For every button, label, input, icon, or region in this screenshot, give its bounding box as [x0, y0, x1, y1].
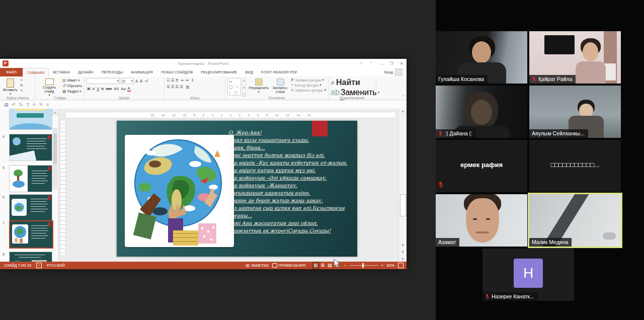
participant-tile-daiana[interactable]: :) Дайана (:: [436, 86, 527, 138]
spell-check-icon[interactable]: ✓: [36, 263, 42, 268]
copy-icon[interactable]: ⧉: [20, 83, 24, 88]
slide-poem-text[interactable]: О, Жер-Ана! Киял құсы ғарыштарға ұзады. …: [228, 129, 359, 234]
tab-file[interactable]: ФАЙЛ: [0, 68, 23, 76]
tab-home[interactable]: ГЛАВНАЯ: [23, 68, 49, 76]
zoom-slider[interactable]: [350, 265, 378, 266]
tab-design[interactable]: ДИЗАЙН: [74, 68, 98, 76]
account-signin[interactable]: Вход: [384, 68, 407, 76]
font-size-combobox[interactable]: 32▾: [121, 78, 134, 84]
tab-slideshow[interactable]: ПОКАЗ СЛАЙДОВ: [157, 68, 197, 76]
slide-counter[interactable]: СЛАЙД 7 ИЗ 10: [4, 263, 31, 268]
cut-icon[interactable]: ✂: [20, 78, 24, 83]
line-spacing-button[interactable]: ⇕: [191, 78, 194, 83]
character-spacing-button[interactable]: АV: [113, 87, 119, 91]
section-button[interactable]: ▦Раздел▾: [62, 89, 82, 94]
collapse-ribbon-icon[interactable]: ⌃: [401, 95, 405, 99]
paste-button[interactable]: Вставить ▾: [2, 78, 19, 96]
thumbnail-slide-3[interactable]: [9, 109, 52, 130]
spelling-button[interactable]: Ṯ: [27, 102, 30, 107]
zoom-percentage[interactable]: 64%: [387, 263, 394, 268]
participant-tile-gulaisha[interactable]: Гулайша Косанова: [436, 31, 527, 84]
shapes-gallery-scroll[interactable]: ▲ ▼ ≡: [243, 78, 246, 97]
qat-customize-icon[interactable]: ≡: [46, 102, 49, 107]
arrange-button[interactable]: Упорядочить ▾: [248, 78, 270, 94]
bold-button[interactable]: Ж: [87, 87, 91, 91]
thumbnail-slide-8[interactable]: [9, 252, 52, 262]
clear-formatting-button[interactable]: 𝒜: [144, 78, 148, 84]
alignment-buttons[interactable]: ☰ ☰ ☰ ☰: [167, 85, 183, 89]
font-color-button[interactable]: А: [127, 86, 131, 92]
shrink-font-button[interactable]: А̌: [139, 79, 143, 84]
previous-slide-icon[interactable]: ⇈: [399, 250, 407, 254]
restore-button[interactable]: ❐: [386, 59, 396, 68]
tab-review[interactable]: РЕЦЕНЗИРОВАНИЕ: [197, 68, 241, 76]
bullets-button[interactable]: ☷ ☰ ≣: [167, 78, 179, 83]
shape-fill-button[interactable]: ◩Заливка фигуры▾: [291, 78, 326, 82]
shape-outline-button[interactable]: ✎Контур фигуры▾: [291, 83, 326, 87]
minimize-button[interactable]: —: [376, 59, 386, 68]
change-case-button[interactable]: Аа: [120, 87, 126, 91]
help-button[interactable]: ?: [356, 59, 366, 68]
close-button[interactable]: ✕: [396, 59, 407, 68]
participant-tile-unnamed[interactable]: □□□□□□□□□□□...: [529, 140, 621, 192]
thumbnail-slide-5[interactable]: [9, 165, 52, 192]
slide-thumbnail-panel[interactable]: 4 5 6: [0, 109, 59, 262]
tab-foxit[interactable]: FOXIT READER PDF: [257, 68, 301, 76]
scroll-down-icon[interactable]: ▼: [399, 244, 407, 247]
fit-slide-to-window-icon[interactable]: [398, 263, 404, 268]
draw-button[interactable]: ✎: [39, 102, 43, 107]
thumbnail-slide-7-selected[interactable]: [9, 220, 53, 249]
start-slideshow-button[interactable]: ⌸: [33, 102, 35, 107]
shapes-gallery[interactable]: ▭ ◯ □ ○ ▢ △ ▽ ◇ ○ ▷ ☆ ( ) ⌒ ◠: [227, 78, 241, 96]
view-slide-sorter-button[interactable]: ⊞: [319, 262, 327, 269]
tab-transitions[interactable]: ПЕРЕХОДЫ: [98, 68, 127, 76]
participant-tile-azamat[interactable]: Азамат: [436, 194, 527, 247]
comments-button[interactable]: ПРИМЕЧАНИЯ: [272, 263, 305, 268]
view-reading-button[interactable]: ▤: [326, 262, 334, 269]
tab-view[interactable]: ВИД: [241, 68, 257, 76]
quick-styles-button[interactable]: Экспресс- стили: [271, 78, 289, 94]
thumbnails-scrollbar[interactable]: [53, 128, 57, 189]
scroll-up-icon[interactable]: ▲: [399, 110, 407, 113]
indent-buttons[interactable]: ⇤ ⇥: [181, 78, 189, 83]
font-name-combobox[interactable]: ▾: [87, 78, 120, 84]
participant-tile-kairat[interactable]: Қайрат Райла: [529, 31, 621, 84]
participant-tile-ayaulym[interactable]: Аяулым Сейлханкы...: [529, 86, 621, 138]
tab-insert[interactable]: ВСТАВКА: [49, 68, 74, 76]
ribbon-display-button[interactable]: ⌃: [366, 59, 376, 68]
thumbnails-scroll-up-icon[interactable]: ▲: [52, 110, 58, 115]
columns-button[interactable]: ▥: [186, 85, 189, 89]
find-button[interactable]: ⌕Найти: [331, 78, 360, 87]
underline-button[interactable]: Ч: [96, 87, 100, 91]
view-normal-button[interactable]: ▥: [312, 262, 319, 269]
scrollbar-thumb[interactable]: [400, 194, 406, 216]
reset-button[interactable]: ↺Сбросить: [62, 84, 82, 88]
participant-tile-malik[interactable]: Малик Медина: [529, 194, 621, 247]
italic-button[interactable]: К: [92, 87, 95, 91]
thumbnail-slide-6[interactable]: [9, 194, 52, 221]
layout-button[interactable]: ▤Макет▾: [62, 78, 82, 83]
new-slide-button[interactable]: Создать слайд ▾: [38, 78, 61, 98]
language-indicator[interactable]: РУССКИЙ: [47, 263, 65, 268]
zoom-out-button[interactable]: −: [344, 263, 346, 268]
notes-button[interactable]: ▤ЗАМЕТКИ: [246, 263, 269, 268]
title-bar[interactable]: P Презентация1 - PowerPoint ? ⌃ — ❐ ✕: [0, 59, 407, 68]
format-painter-icon[interactable]: ✎: [20, 89, 24, 93]
strikethrough-button[interactable]: S: [101, 87, 104, 91]
participant-tile-nazerke[interactable]: Н Назерке Канатк...: [482, 249, 574, 301]
next-slide-icon[interactable]: ⇊: [399, 257, 407, 260]
participant-tile-ermek[interactable]: ермек рафия: [436, 140, 527, 192]
save-button[interactable]: ▤: [4, 102, 9, 107]
shadow-button[interactable]: abc: [105, 87, 112, 91]
redo-button[interactable]: ↻: [19, 102, 23, 107]
tab-animations[interactable]: АНИМАЦИЯ: [127, 68, 156, 76]
shape-effects-button[interactable]: ◍Эффекты фигуры▾: [291, 88, 326, 92]
thumbnail-slide-4[interactable]: [9, 134, 52, 161]
undo-button[interactable]: ↶: [12, 102, 16, 107]
zoom-in-button[interactable]: +: [381, 263, 383, 268]
dropdown-icon: ▾: [10, 92, 12, 96]
zoom-slider-thumb[interactable]: [362, 263, 364, 268]
grow-font-button[interactable]: А́: [135, 79, 138, 84]
editor-scrollbar[interactable]: ▲ ▼ ⇈ ⇊: [398, 109, 407, 262]
slide-canvas[interactable]: О, Жер-Ана! Киял құсы ғарыштарға ұзады. …: [117, 121, 357, 257]
